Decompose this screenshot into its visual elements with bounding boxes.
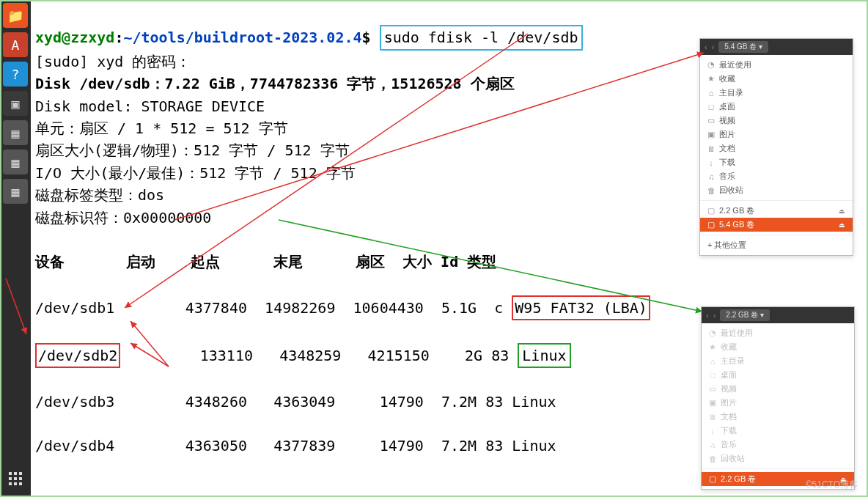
list-item[interactable]: ⌂主目录 (700, 86, 853, 100)
fm-places-list: ◔最近使用 ★收藏 ⌂主目录 □桌面 ▭视频 ▣图片 🗎文档 ↓下载 ♫音乐 🗑… (700, 55, 853, 200)
list-item[interactable]: ↓下载 (702, 424, 854, 438)
list-item[interactable]: □桌面 (702, 368, 854, 382)
type-linux-highlight: Linux (518, 343, 570, 368)
list-item[interactable]: ⌂主目录 (702, 354, 854, 368)
nav-fwd-icon[interactable]: › (712, 43, 715, 51)
list-item[interactable]: 🗑回收站 (702, 452, 854, 465)
list-item[interactable]: ▢2.2 GB 卷⏏ (700, 204, 853, 218)
volume-badge[interactable]: 2.2 GB 卷 ▾ (720, 309, 770, 321)
desktop-icon: □ (707, 103, 715, 111)
disk3-icon[interactable]: ▦ (3, 179, 28, 204)
prompt-user: xyd@zzxyd (35, 29, 114, 46)
fm-header[interactable]: ‹ › 5.4 GB 卷 ▾ (700, 39, 853, 55)
list-item[interactable]: □桌面 (700, 100, 853, 114)
trash-icon: 🗑 (707, 186, 715, 195)
list-item[interactable]: ♫音乐 (700, 169, 853, 183)
sector-line: 扇区大小(逻辑/物理)：512 字节 / 512 字节 (35, 141, 350, 159)
star-icon: ★ (707, 74, 715, 84)
doc-icon: 🗎 (707, 144, 715, 153)
type-fat32-highlight: W95 FAT32 (LBA) (512, 295, 650, 320)
list-item[interactable]: ▭视频 (702, 382, 854, 396)
ubuntu-launcher: 📁 A ? ▣ ▦ ▦ ▦ (0, 0, 31, 497)
list-item[interactable]: ♫音乐 (702, 438, 854, 452)
ident-line: 磁盘标识符：0x00000000 (35, 209, 211, 227)
list-item[interactable]: ◔最近使用 (702, 326, 854, 340)
list-item[interactable]: ★收藏 (700, 72, 853, 86)
software-icon[interactable]: A (3, 32, 28, 57)
list-item[interactable]: + 其他位置 (700, 238, 853, 252)
unit-line: 单元：扇区 / 1 * 512 = 512 字节 (35, 119, 288, 137)
list-item[interactable]: ★收藏 (702, 340, 854, 354)
list-item[interactable]: 🗎文档 (700, 141, 853, 155)
disk-icon: ▢ (707, 220, 715, 229)
files-icon[interactable]: 📁 (3, 3, 28, 28)
fm-other: + 其他位置 (700, 235, 853, 255)
nav-back-icon[interactable]: ‹ (705, 43, 707, 51)
fm-places-list: ◔最近使用 ★收藏 ⌂主目录 □桌面 ▭视频 ▣图片 🗎文档 ↓下载 ♫音乐 🗑… (702, 323, 854, 468)
music-icon: ♫ (707, 172, 715, 181)
disk-icon: ▢ (707, 206, 715, 216)
disk1-icon[interactable]: ▦ (3, 120, 28, 145)
model-line: Disk model: STORAGE DEVICE (35, 97, 265, 115)
home-icon: ⌂ (707, 89, 715, 97)
list-item[interactable]: 🗎文档 (702, 410, 854, 424)
disk-line: Disk /dev/sdb：7.22 GiB，7744782336 字节，151… (35, 75, 515, 92)
nav-fwd-icon[interactable]: › (713, 311, 716, 320)
sudo-line: [sudo] xyd 的密码： (35, 53, 191, 70)
list-item[interactable]: ▣图片 (702, 396, 854, 410)
nav-back-icon[interactable]: ‹ (706, 311, 709, 320)
list-item[interactable]: ▣图片 (700, 128, 853, 141)
list-item[interactable]: 🗑回收站 (700, 183, 853, 197)
eject-icon[interactable]: ⏏ (839, 221, 845, 229)
file-manager-5-4gb: ‹ › 5.4 GB 卷 ▾ ◔最近使用 ★收藏 ⌂主目录 □桌面 ▭视频 ▣图… (699, 38, 853, 256)
fm-volumes: ▢2.2 GB 卷⏏ ▢5.4 GB 卷⏏ (700, 200, 853, 235)
fm-header[interactable]: ‹ › 2.2 GB 卷 ▾ (702, 307, 854, 323)
io-line: I/O 大小(最小/最佳)：512 字节 / 512 字节 (35, 164, 356, 182)
watermark: ©51CTO博客 (806, 479, 858, 491)
eject-icon[interactable]: ⏏ (839, 207, 845, 215)
prompt-sign: $ (362, 29, 371, 46)
file-manager-2-2gb: ‹ › 2.2 GB 卷 ▾ ◔最近使用 ★收藏 ⌂主目录 □桌面 ▭视频 ▣图… (701, 306, 855, 490)
video-icon: ▭ (707, 116, 715, 125)
list-item-selected[interactable]: ▢5.4 GB 卷⏏ (700, 218, 853, 232)
terminal-icon[interactable]: ▣ (3, 91, 28, 116)
dev-sdb2-highlight: /dev/sdb2 (35, 343, 120, 368)
disk2-icon[interactable]: ▦ (3, 150, 28, 174)
prompt-sep: : (114, 29, 123, 46)
recent-icon: ◔ (707, 60, 715, 70)
prompt-path: ~/tools/buildroot-2023.02.4 (123, 29, 361, 46)
volume-badge[interactable]: 5.4 GB 卷 ▾ (718, 41, 768, 53)
label-line: 磁盘标签类型：dos (35, 186, 164, 204)
download-icon: ↓ (707, 158, 715, 167)
list-item[interactable]: ▭视频 (700, 114, 853, 128)
picture-icon: ▣ (707, 130, 715, 139)
show-apps-icon[interactable] (3, 466, 28, 491)
list-item[interactable]: ◔最近使用 (700, 58, 853, 72)
help-icon[interactable]: ? (3, 62, 28, 86)
command-highlight: sudo fdisk -l /dev/sdb (380, 25, 583, 50)
list-item[interactable]: ↓下载 (700, 155, 853, 169)
